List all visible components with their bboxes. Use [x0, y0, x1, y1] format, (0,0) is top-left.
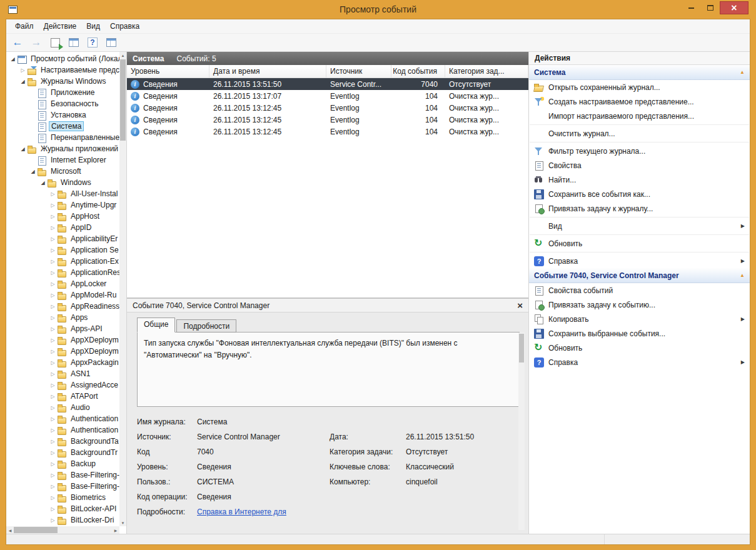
tree-item[interactable]: ▷Authentication	[6, 413, 119, 424]
scroll-up-icon[interactable]: ▲	[119, 52, 126, 59]
action-item[interactable]: Обновить	[529, 236, 750, 251]
expand-arrow-icon[interactable]: ▷	[49, 326, 57, 332]
column-header[interactable]: Категория зад...	[445, 65, 528, 78]
tree-item[interactable]: Безопасность	[6, 98, 119, 109]
action-item[interactable]: Сохранить все события как...	[529, 187, 750, 201]
minimize-button[interactable]	[682, 1, 700, 14]
expand-arrow-icon[interactable]: ▷	[49, 236, 57, 242]
collapse-arrow-icon[interactable]: ◢	[19, 79, 27, 84]
tree-item[interactable]: ▷Audio	[6, 402, 119, 413]
action-section-header[interactable]: Система▲	[529, 65, 750, 80]
tree-item[interactable]: ▷AppXDeploym	[6, 346, 119, 357]
column-header[interactable]: Код события	[391, 65, 445, 78]
expand-arrow-icon[interactable]: ▷	[49, 461, 57, 467]
tree-item[interactable]: ◢Windows	[6, 177, 119, 188]
expand-arrow-icon[interactable]: ▷	[49, 315, 57, 321]
expand-arrow-icon[interactable]: ▷	[49, 292, 57, 298]
scrollbar-thumb[interactable]	[120, 59, 126, 141]
table-row[interactable]: Сведения26.11.2015 13:51:50Service Contr…	[127, 78, 528, 90]
back-button[interactable]	[11, 36, 24, 49]
details-scrollbar[interactable]	[518, 332, 525, 530]
expand-arrow-icon[interactable]: ▷	[49, 495, 57, 501]
action-item[interactable]: Вид▶	[529, 219, 750, 233]
tree-item[interactable]: ▷ApplicabilityEr	[6, 233, 119, 244]
action-item[interactable]: Обновить	[529, 341, 750, 355]
expand-arrow-icon[interactable]: ▷	[49, 450, 57, 456]
tree-item[interactable]: ▷AssignedAcce	[6, 379, 119, 391]
action-item[interactable]: Сохранить выбранные события...	[529, 326, 750, 341]
expand-arrow-icon[interactable]: ▷	[49, 416, 57, 422]
action-item[interactable]: Справка▶	[529, 355, 750, 369]
expand-arrow-icon[interactable]: ▷	[49, 518, 57, 523]
expand-arrow-icon[interactable]: ▷	[49, 428, 57, 433]
table-row[interactable]: Сведения26.11.2015 13:17:07Eventlog104Оч…	[127, 90, 528, 102]
menu-item[interactable]: Справка	[105, 20, 144, 32]
expand-arrow-icon[interactable]: ▷	[49, 506, 57, 512]
menu-item[interactable]: Вид	[81, 20, 105, 32]
expand-arrow-icon[interactable]: ▷	[49, 472, 57, 478]
scrollbar-thumb[interactable]	[519, 334, 524, 362]
expand-arrow-icon[interactable]: ▷	[49, 214, 57, 219]
export-list-icon[interactable]	[51, 38, 60, 48]
scroll-down-icon[interactable]: ▼	[119, 519, 126, 526]
tree-item[interactable]: ▷Base-Filtering-	[6, 481, 119, 492]
tree-item[interactable]: ▷Biometrics	[6, 492, 119, 503]
tree-item[interactable]: ▷AppModel-Ru	[6, 289, 119, 301]
table-row[interactable]: Сведения26.11.2015 13:12:45Eventlog104Оч…	[127, 114, 528, 126]
tree-item[interactable]: ◢Microsoft	[6, 166, 119, 177]
tree-item[interactable]: ◢Просмотр событий (Локальн	[6, 53, 119, 64]
expand-arrow-icon[interactable]: ▷	[49, 394, 57, 399]
expand-arrow-icon[interactable]: ▷	[49, 360, 57, 366]
tree-item[interactable]: ▷Base-Filtering-	[6, 469, 119, 481]
tree-item[interactable]: ▷ApplicationRes	[6, 267, 119, 278]
tree-item[interactable]: ▷BitLocker-Dri	[6, 514, 119, 526]
collapse-arrow-icon[interactable]: ◢	[39, 180, 47, 186]
collapse-section-icon[interactable]: ▲	[736, 69, 745, 75]
help-icon[interactable]	[88, 38, 98, 48]
tree-item[interactable]: ▷ATAPort	[6, 391, 119, 402]
column-header[interactable]: Источник	[326, 65, 391, 78]
tree-item[interactable]: ▷Настраиваемые предста	[6, 64, 119, 76]
tree-item[interactable]: ▷BitLocker-API	[6, 503, 119, 514]
close-button[interactable]	[720, 1, 748, 14]
expand-arrow-icon[interactable]: ▷	[49, 338, 57, 343]
scroll-left-icon[interactable]: ◀	[6, 526, 14, 534]
column-header[interactable]: Дата и время	[209, 65, 326, 78]
expand-arrow-icon[interactable]: ▷	[49, 202, 57, 208]
menu-item[interactable]: Действие	[39, 20, 82, 32]
tree-item[interactable]: Приложение	[6, 87, 119, 98]
tab[interactable]: Общие	[137, 318, 175, 332]
tree-item[interactable]: Перенаправленные с	[6, 132, 119, 143]
expand-arrow-icon[interactable]: ▷	[19, 68, 27, 73]
action-item[interactable]: Очистить журнал...	[529, 126, 750, 141]
action-item[interactable]: Привязать задачу к журналу...	[529, 201, 750, 216]
action-section-header[interactable]: Событие 7040, Service Control Manager▲	[529, 268, 750, 283]
tree-item[interactable]: ◢Журналы Windows	[6, 76, 119, 87]
expand-arrow-icon[interactable]: ▷	[49, 382, 57, 388]
expand-arrow-icon[interactable]: ▷	[49, 349, 57, 354]
tree-item[interactable]: ◢Журналы приложений и	[6, 143, 119, 154]
tree-item[interactable]: ▷AppXDeploym	[6, 334, 119, 346]
tree-item[interactable]: ▷All-User-Instal	[6, 188, 119, 199]
tree-item[interactable]: ▷Anytime-Upgr	[6, 199, 119, 211]
maximize-button[interactable]	[701, 1, 719, 14]
expand-arrow-icon[interactable]: ▷	[49, 225, 57, 231]
console-tree-icon[interactable]	[69, 38, 79, 47]
expand-arrow-icon[interactable]: ▷	[49, 304, 57, 309]
tree-item[interactable]: ▷Application-Ex	[6, 256, 119, 267]
collapse-arrow-icon[interactable]: ◢	[19, 146, 27, 152]
expand-arrow-icon[interactable]: ▷	[49, 371, 57, 377]
action-item[interactable]: Найти...	[529, 172, 750, 187]
collapse-section-icon[interactable]: ▲	[736, 272, 745, 278]
tree-horizontal-scrollbar[interactable]: ◀ ▶	[6, 526, 119, 534]
collapse-arrow-icon[interactable]: ◢	[29, 169, 37, 174]
action-item[interactable]: Привязать задачу к событию...	[529, 298, 750, 312]
tree-item[interactable]: ▷AppHost	[6, 211, 119, 222]
tree-item[interactable]: Установка	[6, 109, 119, 121]
action-item[interactable]: Справка▶	[529, 254, 750, 268]
expand-arrow-icon[interactable]: ▷	[49, 270, 57, 276]
column-header[interactable]: Уровень	[127, 65, 209, 78]
titlebar[interactable]: Просмотр событий	[6, 0, 750, 19]
tree-item[interactable]: ▷ASN1	[6, 368, 119, 379]
tree-item[interactable]: ▷AppID	[6, 222, 119, 233]
